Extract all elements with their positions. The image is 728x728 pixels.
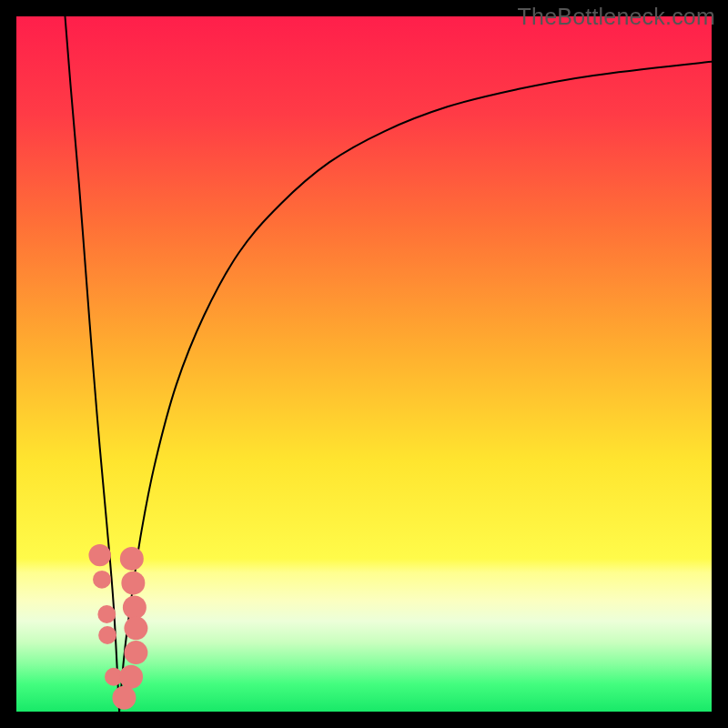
marker-dot [120, 547, 144, 571]
marker-dot [119, 665, 143, 689]
marker-dot [124, 616, 147, 640]
marker-dot [98, 626, 116, 644]
marker-dot [93, 571, 111, 589]
curve-group [65, 16, 712, 712]
marker-dot [123, 595, 147, 619]
marker-dot [112, 686, 136, 710]
marker-dot [124, 641, 147, 664]
plot-area [16, 16, 712, 712]
marker-dot [88, 544, 110, 566]
chart-overlay [16, 16, 712, 712]
marker-dot [97, 605, 116, 623]
watermark-text: TheBottleneck.com [518, 4, 715, 30]
right-branch-line [119, 62, 712, 712]
chart-frame: TheBottleneck.com [0, 0, 728, 728]
marker-dot [121, 571, 145, 595]
